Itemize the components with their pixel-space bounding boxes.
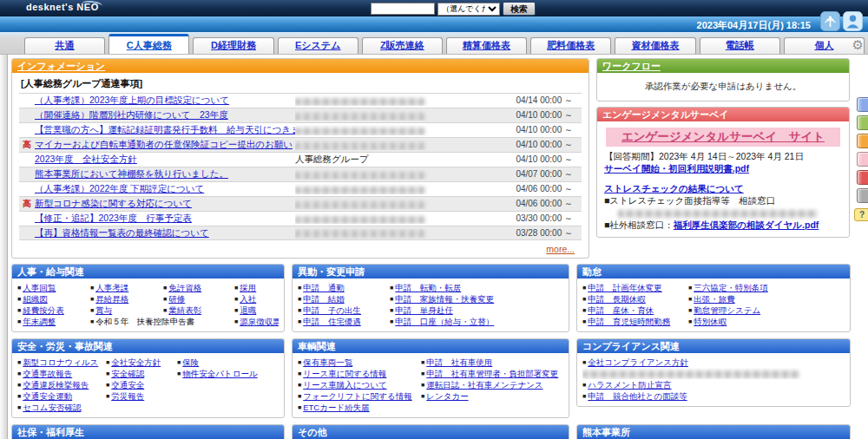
tab-8[interactable]: 資材価格表 — [615, 37, 695, 54]
survey-site-link[interactable]: エンゲージメンタルサーベイ サイト — [606, 128, 840, 147]
edge-swatch-6[interactable] — [857, 188, 868, 203]
info-title-link[interactable]: 【営業職の方へ】運転記録証明書発行手数料 給与天引につきまして — [35, 124, 295, 134]
tab-3[interactable]: D経理財務 — [193, 37, 273, 54]
help-note-icon[interactable]: ? — [854, 208, 868, 221]
panel-link[interactable]: 賞与 — [95, 305, 112, 315]
panel-link[interactable]: セコム安否確認 — [23, 403, 81, 412]
survey-pdf-link[interactable]: サーベイ開始・初回利用説明書.pdf — [604, 163, 749, 174]
info-title-link[interactable]: 【再】資格情報一覧表の最終確認について — [35, 227, 209, 238]
panel-link[interactable]: 交通安全 — [111, 380, 144, 390]
tab-label[interactable]: Z販売連絡 — [380, 40, 424, 50]
tab-5[interactable]: Z販売連絡 — [362, 37, 443, 54]
panel-link[interactable]: 運転日誌・社有車メンテナンス — [426, 380, 542, 390]
tab-2[interactable]: C人事総務 — [108, 34, 189, 54]
info-title-link[interactable]: 熊本事業所において神棚祭を執り行いました。 — [35, 168, 228, 179]
edge-swatch-4[interactable] — [857, 152, 868, 167]
panel-link[interactable]: 申請 結婚 — [303, 294, 345, 304]
panel-link[interactable]: 申請 住宅優遇 — [303, 317, 361, 326]
panel-link[interactable]: 特別休暇 — [694, 317, 727, 326]
tab-label[interactable]: 共通 — [56, 40, 75, 50]
panel-link[interactable]: リース車購入について — [303, 380, 386, 390]
panel-link[interactable]: 研修 — [168, 294, 185, 304]
panel-link[interactable]: 勤怠管理システム — [694, 305, 760, 315]
tab-label[interactable]: C人事総務 — [127, 40, 172, 50]
info-title-link[interactable]: （人事考課）2022年度 下期評定について — [35, 183, 204, 193]
user-profile-icon[interactable] — [843, 11, 863, 31]
edge-swatch-2[interactable] — [857, 115, 868, 130]
info-title-link[interactable]: マイカーおよび自転車通勤者の任意保険証コピー提出のお願い — [35, 139, 293, 149]
panel-link[interactable]: 経費按分表 — [23, 305, 64, 315]
panel-link[interactable]: 申請 口座（給与・立替） — [395, 317, 494, 326]
search-button[interactable]: 検索 — [503, 2, 536, 16]
panel-link[interactable]: 源泉徴収票・確定申告 — [240, 317, 279, 326]
panel-link[interactable]: 業績表彰 — [168, 305, 201, 315]
search-input[interactable] — [371, 3, 435, 15]
panel-link[interactable]: 労災報告 — [111, 391, 144, 401]
panel-link[interactable]: 三六協定・特別条項 — [694, 283, 768, 292]
panel-link[interactable]: 入社 — [240, 294, 256, 304]
panel-link[interactable]: 申請 子の出生 — [303, 305, 361, 315]
info-row[interactable]: （人事考課）2023年度上期の目標設定について04/14 00:00 ～ — [19, 93, 582, 108]
panel-link[interactable]: 申請 転勤・転居 — [395, 283, 461, 292]
tab-label[interactable]: 肥料価格表 — [547, 40, 595, 50]
panel-link[interactable]: フォークリフトに関する情報 — [303, 391, 412, 401]
info-title-link[interactable]: 2023年度 全社安全方針 — [35, 154, 137, 164]
info-title-link[interactable]: （開催連絡）階層別社内研修について 23年度 — [35, 109, 228, 120]
panel-link[interactable]: 申請 競合他社との面談等 — [588, 391, 687, 401]
edge-swatch-3[interactable] — [857, 134, 868, 148]
panel-link[interactable]: 組織図 — [23, 294, 48, 304]
tab-label[interactable]: 精算価格表 — [463, 40, 510, 50]
tab-7[interactable]: 肥料価格表 — [530, 37, 611, 54]
tab-label[interactable]: 資材価格表 — [632, 40, 680, 50]
panel-link[interactable]: 交通違反検挙報告 — [23, 380, 89, 390]
panel-link[interactable]: 申請 単身赴任 — [395, 305, 453, 315]
panel-link[interactable]: 申請 社有車管理者・負担部署変更 — [426, 369, 558, 378]
info-title-link[interactable]: （人事考課）2023年度上期の目標設定について — [35, 95, 229, 105]
panel-link[interactable]: ETCカード紛失届 — [303, 403, 369, 412]
info-row[interactable]: 【修正・追記】2023年度 行事予定表03/30 00:00 ～ — [19, 211, 582, 226]
tab-label[interactable]: D経理財務 — [211, 40, 256, 50]
panel-link[interactable]: 申請 家族情報・扶養変更 — [395, 294, 494, 304]
information-title-link[interactable]: インフォメーション — [17, 61, 105, 71]
stress-check-result-link[interactable]: ストレスチェックの結果について — [604, 183, 744, 193]
info-row[interactable]: 2023年度 全社安全方針人事総務グループ04/10 00:00 ～ — [19, 152, 582, 167]
panel-link[interactable]: 人事回覧 — [23, 283, 56, 292]
panel-link[interactable]: 採用 — [240, 283, 256, 292]
info-row[interactable]: 【再】資格情報一覧表の最終確認について03/28 00:00 ～ — [19, 226, 582, 240]
workflow-title-link[interactable]: ワークフロー — [602, 61, 661, 71]
panel-link[interactable]: 物件安全パトロール — [182, 369, 257, 378]
panel-link[interactable]: 申請 計画年休変更 — [588, 283, 662, 292]
panel-link[interactable]: 申請 社有車使用 — [426, 357, 492, 367]
panel-link[interactable]: 申請 長期休暇 — [588, 294, 646, 304]
panel-link[interactable]: 申請 通勤 — [303, 283, 345, 292]
edge-swatch-5[interactable] — [857, 170, 868, 185]
info-title-link[interactable]: 新型コロナ感染に関する対応について — [35, 198, 192, 208]
info-row[interactable]: 【営業職の方へ】運転記録証明書発行手数料 給与天引につきまして04/10 00:… — [19, 122, 582, 137]
info-row[interactable]: 高マイカーおよび自転車通勤者の任意保険証コピー提出のお願い04/10 00:00… — [19, 137, 582, 152]
panel-link[interactable]: 免許資格 — [168, 283, 201, 292]
panel-link[interactable]: 全社安全方針 — [111, 357, 161, 367]
info-row[interactable]: 熊本事業所において神棚祭を執り行いました。04/07 00:00 ～ — [19, 167, 582, 181]
settings-gear-icon[interactable]: ⚙ — [852, 38, 864, 51]
tab-label[interactable]: 電話帳 — [726, 40, 754, 50]
notification-antenna-icon[interactable] — [820, 11, 840, 31]
tab-label[interactable]: 個人 — [814, 40, 833, 50]
panel-link[interactable]: レンタカー — [426, 391, 468, 401]
tab-9[interactable]: 電話帳 — [700, 37, 780, 54]
panel-link[interactable]: 保険 — [182, 357, 199, 367]
tab-6[interactable]: 精算価格表 — [446, 37, 527, 54]
panel-link[interactable]: 交通事故報告 — [23, 369, 72, 378]
panel-link[interactable]: 保有車両一覧 — [303, 357, 352, 367]
panel-link[interactable]: リース車に関する情報 — [303, 369, 386, 378]
panel-link[interactable]: 年末調整 — [23, 317, 56, 326]
info-title-link[interactable]: 【修正・追記】2023年度 行事予定表 — [35, 213, 192, 223]
panel-link[interactable]: 退職 — [240, 305, 256, 315]
panel-link[interactable]: 新型コロナウィルス — [23, 357, 98, 367]
panel-link[interactable]: ハラスメント防止宣言 — [588, 380, 671, 390]
panel-link[interactable]: 出張・旅費 — [694, 294, 735, 304]
panel-link[interactable]: 申請 産休・育休 — [588, 305, 654, 315]
information-more-link[interactable]: more... — [546, 244, 575, 254]
panel-link[interactable]: 安全確認 — [111, 369, 144, 378]
panel-link[interactable]: 昇給昇格 — [95, 294, 128, 304]
info-row[interactable]: （開催連絡）階層別社内研修について 23年度04/10 00:00 ～ — [19, 108, 582, 122]
